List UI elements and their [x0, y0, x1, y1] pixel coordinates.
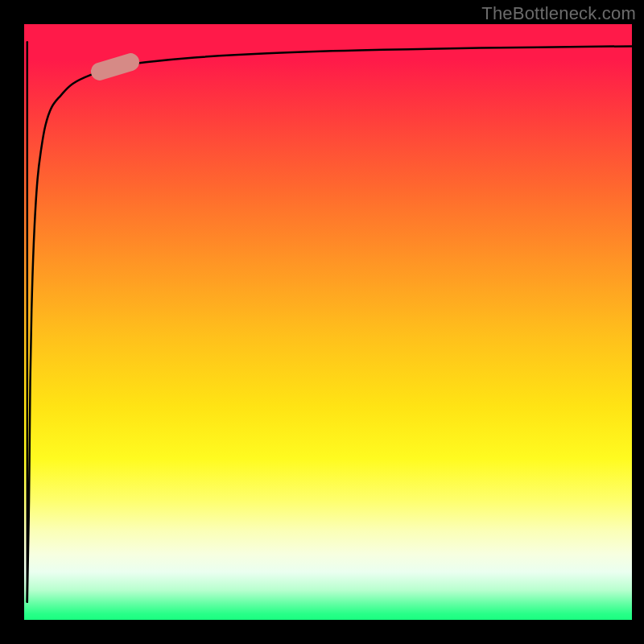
plot-area — [24, 24, 632, 620]
bottleneck-curve-path — [27, 46, 632, 601]
curve-marker-pill — [89, 52, 142, 83]
chart-frame: TheBottleneck.com — [0, 0, 644, 644]
attribution-text: TheBottleneck.com — [481, 3, 636, 24]
curve-svg — [24, 24, 632, 620]
